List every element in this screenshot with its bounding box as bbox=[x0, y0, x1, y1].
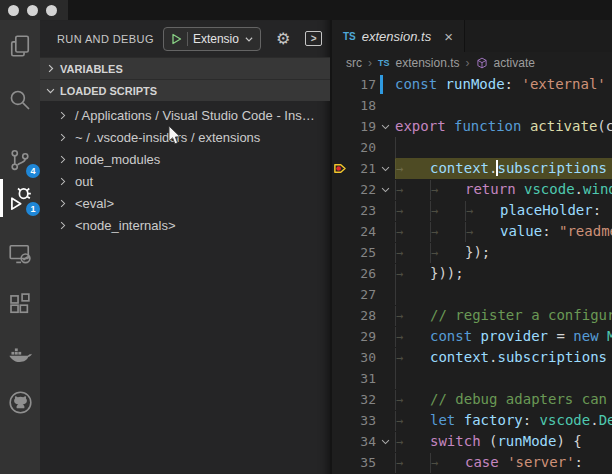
section-header-loaded-scripts[interactable]: LOADED SCRIPTS bbox=[40, 79, 330, 101]
line-number: 28 bbox=[349, 305, 376, 326]
loaded-script-item[interactable]: ~ / .vscode-insiders / extensions bbox=[40, 126, 330, 148]
tab-whitespace-arrow: → bbox=[430, 222, 465, 242]
glyph-margin[interactable] bbox=[332, 221, 349, 242]
glyph-margin[interactable] bbox=[332, 410, 349, 431]
activity-bar-item-remote-explorer[interactable] bbox=[0, 240, 40, 268]
code-line-text: →// register a configur bbox=[395, 305, 612, 326]
glyph-margin[interactable] bbox=[332, 389, 349, 410]
typescript-file-icon: TS bbox=[378, 58, 390, 68]
code-line-text bbox=[395, 137, 612, 158]
line-number: 19 bbox=[349, 116, 376, 137]
minimize-button[interactable] bbox=[27, 5, 38, 16]
fold-margin bbox=[376, 95, 395, 116]
activity-bar-item-extensions[interactable] bbox=[0, 290, 40, 318]
fold-margin bbox=[376, 284, 395, 305]
chevron-right-icon bbox=[57, 220, 68, 231]
tab-title: extension.ts bbox=[362, 29, 431, 44]
glyph-margin[interactable] bbox=[332, 179, 349, 200]
chevron-right-icon bbox=[57, 176, 68, 187]
line-number: 23 bbox=[349, 200, 376, 221]
extensions-icon bbox=[8, 292, 32, 316]
code-line-text: →switch (runMode) { bbox=[395, 431, 612, 452]
vscode-window: 41 RUN AND DEBUG Extensio ⚙ > bbox=[0, 0, 612, 474]
activity-bar-item-explorer[interactable] bbox=[0, 32, 40, 60]
activity-bar-item-search[interactable] bbox=[0, 86, 40, 114]
fold-margin bbox=[376, 326, 395, 347]
glyph-margin[interactable] bbox=[332, 200, 349, 221]
tab-whitespace-arrow: → bbox=[395, 327, 430, 347]
glyph-margin[interactable] bbox=[332, 431, 349, 452]
line-number: 35 bbox=[349, 452, 376, 473]
glyph-margin[interactable] bbox=[332, 305, 349, 326]
activity-bar-item-docker[interactable] bbox=[0, 340, 40, 368]
loaded-script-item[interactable]: <eval> bbox=[40, 192, 330, 214]
line-number: 27 bbox=[349, 284, 376, 305]
activity-bar-item-run-debug[interactable]: 1 bbox=[0, 184, 40, 212]
chevron-separator-icon: › bbox=[368, 56, 372, 70]
loaded-script-item[interactable]: <node_internals> bbox=[40, 214, 330, 236]
tab-extension-ts[interactable]: TS extension.ts × bbox=[332, 20, 465, 52]
tab-close-icon[interactable]: × bbox=[444, 28, 453, 45]
activity-bar-item-github[interactable] bbox=[0, 388, 40, 416]
loaded-scripts-tree: / Applications / Visual Studio Code - In… bbox=[40, 101, 330, 236]
code-line-text: →context.subscriptions bbox=[395, 347, 612, 368]
tab-bar: TS extension.ts × bbox=[332, 20, 612, 52]
glyph-margin[interactable] bbox=[332, 116, 349, 137]
fold-chevron-icon[interactable] bbox=[376, 431, 395, 452]
fold-margin bbox=[376, 200, 395, 221]
indent-guide bbox=[395, 137, 430, 158]
close-button[interactable] bbox=[8, 5, 19, 16]
breakpoint-icon[interactable] bbox=[332, 158, 349, 179]
loaded-script-label: ~ / .vscode-insiders / extensions bbox=[75, 130, 260, 145]
breadcrumb-item-src[interactable]: src bbox=[346, 56, 362, 70]
loaded-script-label: <node_internals> bbox=[75, 218, 175, 233]
fold-chevron-icon[interactable] bbox=[376, 116, 395, 137]
traffic-lights bbox=[0, 0, 68, 20]
line-number: 29 bbox=[349, 326, 376, 347]
start-debug-icon[interactable] bbox=[170, 33, 182, 45]
loaded-script-item[interactable]: out bbox=[40, 170, 330, 192]
line-number: 25 bbox=[349, 242, 376, 263]
fold-chevron-icon[interactable] bbox=[376, 179, 395, 200]
fold-margin bbox=[376, 74, 395, 95]
settings-gear-icon[interactable]: ⚙ bbox=[276, 31, 290, 47]
glyph-margin[interactable] bbox=[332, 242, 349, 263]
glyph-margin[interactable] bbox=[332, 95, 349, 116]
fold-chevron-icon[interactable] bbox=[376, 158, 395, 179]
indent-guide bbox=[395, 284, 430, 305]
section-label: VARIABLES bbox=[60, 63, 123, 75]
glyph-margin[interactable] bbox=[332, 347, 349, 368]
line-number: 32 bbox=[349, 389, 376, 410]
tab-whitespace-arrow: → bbox=[395, 180, 430, 200]
fold-margin bbox=[376, 452, 395, 473]
editor-group: TS extension.ts × src › TS extension.ts … bbox=[330, 20, 612, 474]
glyph-margin[interactable] bbox=[332, 284, 349, 305]
glyph-margin[interactable] bbox=[332, 452, 349, 473]
breadcrumb-item-file[interactable]: extension.ts bbox=[396, 56, 460, 70]
fold-margin bbox=[376, 410, 395, 431]
code-line: 23→→→placeHolder: bbox=[332, 200, 612, 221]
tab-whitespace-arrow: → bbox=[395, 201, 430, 221]
code-editor[interactable]: 17const runMode: 'external'1819export fu… bbox=[332, 74, 612, 474]
glyph-margin[interactable] bbox=[332, 74, 349, 95]
breadcrumb-item-symbol[interactable]: activate bbox=[494, 56, 535, 70]
glyph-margin[interactable] bbox=[332, 263, 349, 284]
activity-bar-item-source-control[interactable]: 4 bbox=[0, 146, 40, 174]
fold-margin bbox=[376, 263, 395, 284]
glyph-margin[interactable] bbox=[332, 137, 349, 158]
section-header-variables[interactable]: VARIABLES bbox=[40, 57, 330, 79]
tab-whitespace-arrow: → bbox=[395, 159, 430, 179]
glyph-margin[interactable] bbox=[332, 326, 349, 347]
maximize-button[interactable] bbox=[46, 5, 57, 16]
glyph-margin[interactable] bbox=[332, 368, 349, 389]
symbol-method-icon bbox=[476, 57, 488, 69]
launch-config-dropdown[interactable]: Extensio bbox=[163, 27, 261, 51]
tab-whitespace-arrow: → bbox=[395, 222, 430, 242]
line-number: 22 bbox=[349, 179, 376, 200]
loaded-script-item[interactable]: / Applications / Visual Studio Code - In… bbox=[40, 104, 330, 126]
toggle-debug-console-button[interactable]: > bbox=[305, 31, 322, 46]
search-icon bbox=[8, 88, 32, 112]
loaded-script-item[interactable]: node_modules bbox=[40, 148, 330, 170]
code-line: 21→context.subscriptions bbox=[332, 158, 612, 179]
chevron-right-icon bbox=[57, 154, 68, 165]
